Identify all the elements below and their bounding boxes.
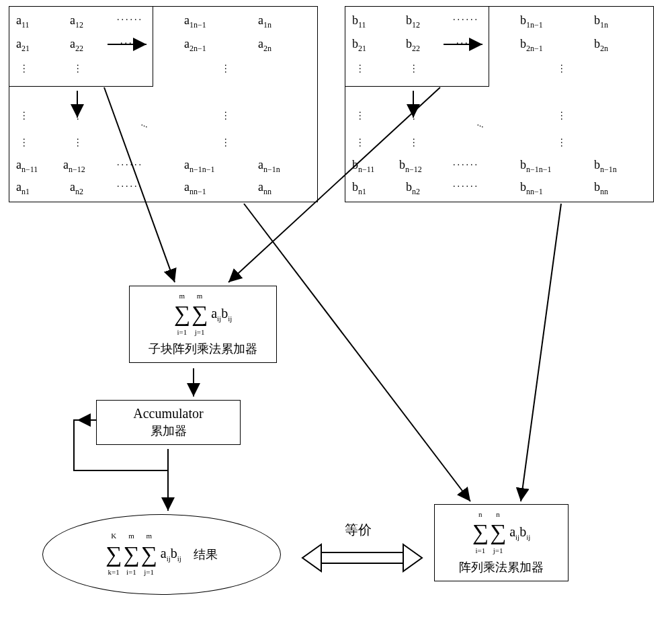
dots: ···· xyxy=(120,38,138,49)
array-label: 阵列乘法累加器 xyxy=(444,559,558,575)
cell-bn2: bn2 xyxy=(406,180,420,197)
equivalence-label: 等价 xyxy=(345,521,372,539)
dots: ··· xyxy=(359,64,362,74)
dots: ··· xyxy=(560,138,563,148)
cell-ann-1: ann−1 xyxy=(184,180,206,197)
cell-a12: a12 xyxy=(70,13,83,30)
cell-a21: a21 xyxy=(16,37,30,54)
dots: ··· xyxy=(413,111,415,121)
cell-bn-12: bn−12 xyxy=(399,158,422,175)
cell-b1n: b1n xyxy=(594,13,608,30)
cell-a1n-1: a1n−1 xyxy=(184,13,206,30)
dots: ······ xyxy=(117,160,143,171)
cell-an-12: an−12 xyxy=(63,158,85,175)
dots: ······ xyxy=(453,15,479,26)
svg-line-7 xyxy=(521,204,561,501)
dots: ··· xyxy=(23,138,26,148)
dots: ··· xyxy=(224,111,227,121)
cell-bn1: bn1 xyxy=(352,180,366,197)
cell-an1: an1 xyxy=(16,180,30,197)
cell-a11: a11 xyxy=(16,13,30,30)
dots: ··· xyxy=(413,64,415,74)
cell-b21: b21 xyxy=(352,37,366,54)
matrix-a: a11 a12 ······ a1n−1 a1n a21 a22 ···· a2… xyxy=(9,6,318,202)
cell-bn-1n: bn−1n xyxy=(594,158,617,175)
dots-diag: ··· xyxy=(138,120,149,133)
accumulator-cn: 累加器 xyxy=(106,423,230,439)
accumulator-en: Accumulator xyxy=(106,406,230,421)
cell-b2n: b2n xyxy=(594,37,608,54)
dots: ······ xyxy=(117,181,143,192)
cell-bn-11: bn−11 xyxy=(352,158,374,175)
cell-a1n: a1n xyxy=(258,13,271,30)
dots: ··· xyxy=(224,64,227,74)
cell-a22: a22 xyxy=(70,37,83,54)
dots: ··· xyxy=(560,64,563,74)
cell-an2: an2 xyxy=(70,180,83,197)
result-formula: K ∑ k=1 m ∑ i=1 m ∑ j=1 aijbij xyxy=(106,532,181,577)
dots: ··· xyxy=(23,64,26,74)
dots: ······ xyxy=(117,15,143,26)
subblock-formula: m ∑ i=1 m ∑ j=1 aijbij xyxy=(139,292,267,337)
double-arrow-icon xyxy=(302,544,422,571)
accumulator-box: Accumulator 累加器 xyxy=(96,400,241,445)
dots: ······ xyxy=(453,181,479,192)
cell-b1n-1: b1n−1 xyxy=(520,13,543,30)
array-formula: n ∑ i=1 n ∑ j=1 aijbij xyxy=(444,510,558,555)
cell-b22: b22 xyxy=(406,37,420,54)
dots: ··· xyxy=(77,111,79,121)
cell-an-1n-1: an−1n−1 xyxy=(184,158,215,175)
cell-a2n: a2n xyxy=(258,37,271,54)
dots: ··· xyxy=(359,111,362,121)
dots: ······ xyxy=(453,160,479,171)
cell-bn-1n-1: bn−1n−1 xyxy=(520,158,552,175)
dots: ··· xyxy=(23,111,26,121)
svg-line-6 xyxy=(244,204,470,501)
cell-ann: ann xyxy=(258,180,271,197)
matrix-b: b11 b12 ······ b1n−1 b1n b21 b22 ···· b2… xyxy=(345,6,654,202)
subblock-label: 子块阵列乘法累加器 xyxy=(139,341,267,357)
dots-diag: ··· xyxy=(474,120,485,133)
dots: ··· xyxy=(413,138,415,148)
result-label: 结果 xyxy=(194,546,218,563)
cell-bnn: bnn xyxy=(594,180,608,197)
dots: ···· xyxy=(456,38,474,49)
result-ellipse: K ∑ k=1 m ∑ i=1 m ∑ j=1 aijbij 结果 xyxy=(42,514,281,595)
cell-a2n-1: a2n−1 xyxy=(184,37,206,54)
dots: ··· xyxy=(224,138,227,148)
dots: ··· xyxy=(560,111,563,121)
cell-bnn-1: bnn−1 xyxy=(520,180,543,197)
cell-b12: b12 xyxy=(406,13,420,30)
dots: ··· xyxy=(77,64,79,74)
cell-b11: b11 xyxy=(352,13,366,30)
cell-b2n-1: b2n−1 xyxy=(520,37,543,54)
subblock-multiplier-accumulator: m ∑ i=1 m ∑ j=1 aijbij 子块阵列乘法累加器 xyxy=(129,286,277,363)
array-multiplier-accumulator: n ∑ i=1 n ∑ j=1 aijbij 阵列乘法累加器 xyxy=(434,504,569,581)
dots: ··· xyxy=(77,138,79,148)
cell-an-1n: an−1n xyxy=(258,158,280,175)
cell-an-11: an−11 xyxy=(16,158,38,175)
dots: ··· xyxy=(359,138,362,148)
